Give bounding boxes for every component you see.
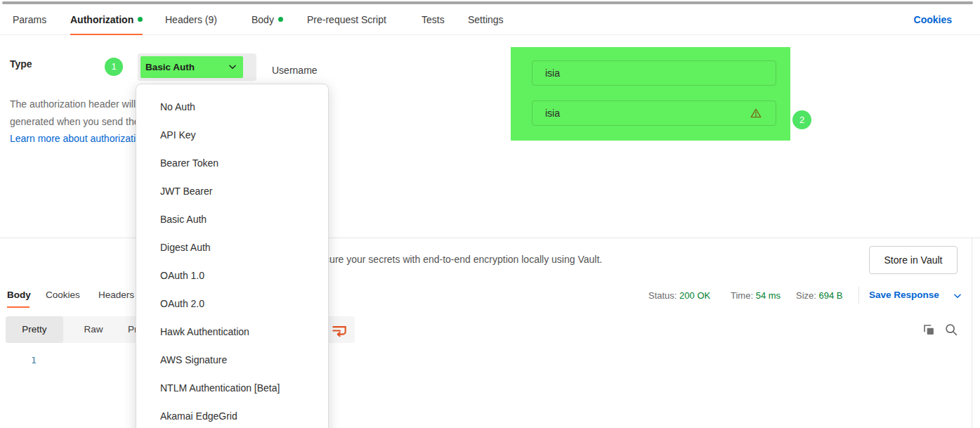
password-input[interactable] [532, 100, 776, 126]
postman-request-panel: Params Authorization Headers (9) Body Pr… [0, 0, 980, 428]
store-in-vault-button[interactable]: Store in Vault [869, 246, 958, 274]
username-input[interactable] [532, 60, 776, 86]
time-value: 54 ms [756, 290, 780, 301]
annotation-step-1-badge: 1 [105, 58, 123, 76]
response-size: Size: 694 B [796, 290, 843, 301]
annotation-highlight-credentials [511, 47, 790, 141]
tab-params[interactable]: Params [13, 4, 46, 35]
auth-type-option-list: No AuthAPI KeyBearer TokenJWT BearerBasi… [136, 93, 328, 428]
auth-type-option[interactable]: OAuth 1.0 [136, 261, 328, 290]
status-value: 200 OK [679, 290, 710, 301]
tab-authorization[interactable]: Authorization [70, 4, 143, 35]
search-icon[interactable] [943, 322, 959, 337]
auth-type-dropdown-panel: No AuthAPI KeyBearer TokenJWT BearerBasi… [136, 84, 329, 428]
auth-type-option[interactable]: Hawk Authentication [136, 318, 328, 346]
tab-tests[interactable]: Tests [422, 4, 445, 35]
size-label: Size: [796, 290, 816, 301]
response-tab-body[interactable]: Body [7, 290, 31, 300]
save-response-button[interactable]: Save Response [869, 290, 939, 300]
auth-type-option[interactable]: JWT Bearer [136, 177, 328, 205]
auth-type-selected-value: Basic Auth [145, 53, 195, 81]
chevron-down-icon [228, 62, 237, 72]
request-tab-bar: Params Authorization Headers (9) Body Pr… [0, 4, 980, 35]
auth-type-option[interactable]: Basic Auth [136, 205, 328, 233]
tab-headers[interactable]: Headers (9) [165, 4, 217, 35]
tab-body[interactable]: Body [251, 4, 283, 35]
tab-settings[interactable]: Settings [468, 4, 504, 35]
vault-banner-message: Secure your secrets with end-to-end encr… [313, 254, 602, 265]
auth-type-option[interactable]: AWS Signature [136, 346, 328, 374]
auth-type-option[interactable]: No Auth [136, 93, 328, 121]
auth-type-option[interactable]: API Key [136, 121, 328, 149]
editor-line-number: 1 [31, 355, 37, 365]
modified-dot-icon [138, 17, 143, 22]
meta-divider [858, 287, 859, 304]
modified-dot-icon [278, 17, 283, 22]
active-tab-underline [7, 306, 30, 308]
status-label: Status: [648, 290, 677, 301]
view-tab-pretty[interactable]: Pretty [6, 316, 63, 343]
time-label: Time: [731, 290, 753, 301]
chevron-down-icon[interactable] [953, 291, 962, 301]
auth-type-option[interactable]: NTLM Authentication [Beta] [136, 374, 328, 402]
auth-type-option[interactable]: Digest Auth [136, 233, 328, 261]
response-tab-headers[interactable]: Headers [98, 290, 134, 300]
response-time: Time: 54 ms [731, 290, 780, 301]
auth-type-option[interactable]: Akamai EdgeGrid [136, 402, 328, 428]
size-value: 694 B [819, 290, 843, 301]
response-tab-cookies[interactable]: Cookies [46, 290, 80, 300]
warning-icon [750, 107, 762, 119]
tab-pre-request-script[interactable]: Pre-request Script [307, 4, 386, 35]
learn-more-link[interactable]: Learn more about authorization [10, 133, 147, 144]
auth-type-option[interactable]: Bearer Token [136, 149, 328, 177]
auth-type-select[interactable]: Basic Auth [138, 53, 256, 81]
annotation-step-2-badge: 2 [792, 110, 811, 129]
wrap-lines-icon[interactable] [330, 321, 348, 339]
scrollbar-track-divider [972, 238, 972, 428]
username-label: Username [272, 65, 318, 76]
view-tab-raw[interactable]: Raw [72, 316, 115, 343]
copy-icon[interactable] [921, 322, 936, 337]
cookies-link[interactable]: Cookies [914, 4, 952, 35]
tab-body-label: Body [251, 14, 274, 25]
auth-type-label: Type [10, 58, 32, 70]
response-status: Status: 200 OK [648, 290, 710, 301]
auth-type-option[interactable]: OAuth 2.0 [136, 290, 328, 318]
tab-authorization-label: Authorization [70, 14, 133, 25]
